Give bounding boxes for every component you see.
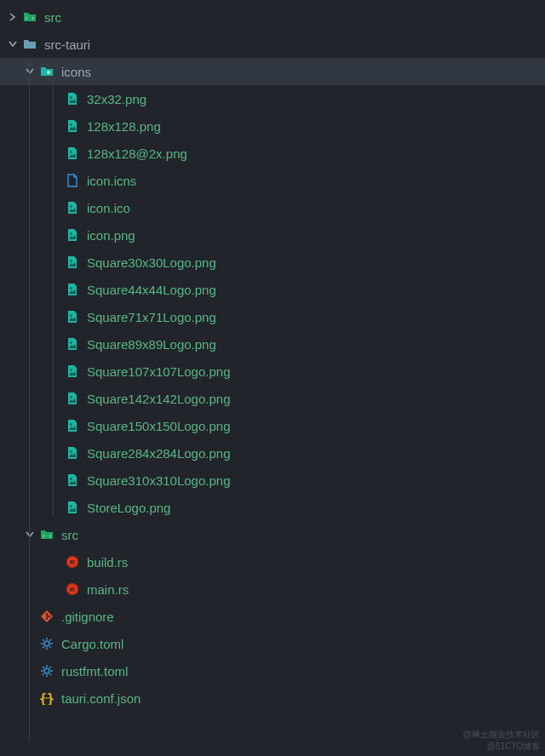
folder-icons[interactable]: icons bbox=[0, 58, 545, 85]
file-item[interactable]: Square30x30Logo.png bbox=[0, 249, 545, 276]
file-label: icon.png bbox=[87, 228, 135, 243]
file-label: Cargo.toml bbox=[61, 637, 123, 651]
rust-file-icon bbox=[65, 554, 80, 570]
file-label: 32x32.png bbox=[87, 92, 146, 106]
file-label: 128x128.png bbox=[87, 119, 161, 134]
file-label: Square150x150Logo.png bbox=[87, 419, 231, 433]
file-item[interactable]: Square284x284Logo.png bbox=[0, 439, 545, 467]
file-label: Square44x44Logo.png bbox=[87, 283, 216, 297]
file-label: icon.ico bbox=[87, 201, 130, 215]
gear-file-icon bbox=[39, 636, 54, 651]
chevron-down-icon bbox=[7, 38, 19, 50]
file-item[interactable]: Square310x310Logo.png bbox=[0, 467, 545, 494]
file-item[interactable]: Square89x89Logo.png bbox=[0, 330, 545, 358]
file-item[interactable]: icon.png bbox=[0, 221, 545, 249]
folder-label: src bbox=[61, 528, 78, 542]
image-file-icon bbox=[65, 445, 80, 461]
file-rustfmt-toml[interactable]: rustfmt.toml bbox=[0, 657, 545, 684]
file-label: build.rs bbox=[87, 555, 128, 570]
file-item[interactable]: Square44x44Logo.png bbox=[0, 276, 545, 303]
image-file-icon bbox=[65, 391, 80, 406]
image-file-icon bbox=[65, 309, 80, 324]
file-label: Square310x310Logo.png bbox=[87, 473, 231, 488]
image-file-icon bbox=[65, 91, 80, 106]
folder-src-root[interactable]: src bbox=[0, 3, 545, 31]
folder-label: src bbox=[44, 10, 61, 25]
file-label: .gitignore bbox=[61, 610, 114, 624]
chevron-right-icon bbox=[7, 11, 19, 23]
file-item[interactable]: Square142x142Logo.png bbox=[0, 385, 545, 412]
file-item[interactable]: 32x32.png bbox=[0, 85, 545, 112]
git-file-icon bbox=[39, 609, 54, 624]
chevron-down-icon bbox=[24, 66, 36, 77]
generic-file-icon bbox=[65, 173, 80, 188]
file-label: Square71x71Logo.png bbox=[87, 310, 216, 324]
json-file-icon bbox=[39, 690, 54, 706]
file-label: Square284x284Logo.png bbox=[87, 446, 231, 461]
file-label: Square89x89Logo.png bbox=[87, 337, 216, 352]
file-item[interactable]: build.rs bbox=[0, 548, 545, 576]
image-file-icon bbox=[65, 418, 80, 433]
folder-src-tauri[interactable]: src-tauri bbox=[0, 31, 545, 58]
file-label: icon.icns bbox=[87, 174, 136, 188]
watermark-text: @51CTO博客 bbox=[487, 741, 540, 753]
file-tree: src src-tauri icons 32x32.png 128x128.pn… bbox=[0, 0, 545, 712]
folder-src-inner[interactable]: src bbox=[0, 521, 545, 548]
chevron-down-icon bbox=[24, 529, 36, 541]
image-file-icon bbox=[65, 472, 80, 488]
file-item[interactable]: Square107x107Logo.png bbox=[0, 358, 545, 385]
image-file-icon bbox=[65, 364, 80, 379]
file-item[interactable]: Square71x71Logo.png bbox=[0, 303, 545, 330]
image-file-icon bbox=[65, 282, 80, 297]
file-item[interactable]: Square150x150Logo.png bbox=[0, 412, 545, 439]
file-item[interactable]: icon.icns bbox=[0, 167, 545, 194]
image-file-icon bbox=[65, 255, 80, 270]
folder-label: src-tauri bbox=[44, 37, 90, 52]
watermark-text: @稀土掘金技术社区 bbox=[463, 729, 540, 741]
file-label: Square107x107Logo.png bbox=[87, 364, 231, 379]
file-label: 128x128@2x.png bbox=[87, 146, 187, 161]
file-item[interactable]: 128x128@2x.png bbox=[0, 140, 545, 167]
file-tauri-conf[interactable]: tauri.conf.json bbox=[0, 684, 545, 712]
image-file-icon bbox=[65, 500, 80, 515]
image-file-icon bbox=[65, 336, 80, 352]
file-label: tauri.conf.json bbox=[61, 691, 141, 706]
folder-open-icon bbox=[22, 37, 37, 52]
image-file-icon bbox=[65, 200, 80, 215]
file-label: StoreLogo.png bbox=[87, 501, 170, 515]
folder-code-icon bbox=[39, 527, 54, 542]
file-gitignore[interactable]: .gitignore bbox=[0, 603, 545, 630]
gear-file-icon bbox=[39, 663, 54, 679]
file-label: Square30x30Logo.png bbox=[87, 255, 216, 270]
file-item[interactable]: icon.ico bbox=[0, 194, 545, 221]
file-label: main.rs bbox=[87, 582, 129, 597]
folder-icons-icon bbox=[39, 64, 54, 79]
folder-label: icons bbox=[61, 65, 91, 79]
file-label: Square142x142Logo.png bbox=[87, 392, 231, 406]
file-item[interactable]: StoreLogo.png bbox=[0, 494, 545, 521]
image-file-icon bbox=[65, 227, 80, 243]
rust-file-icon bbox=[65, 581, 80, 597]
file-item[interactable]: 128x128.png bbox=[0, 112, 545, 140]
image-file-icon bbox=[65, 146, 80, 161]
file-label: rustfmt.toml bbox=[61, 664, 128, 679]
image-file-icon bbox=[65, 118, 80, 134]
file-item[interactable]: main.rs bbox=[0, 576, 545, 603]
file-cargo-toml[interactable]: Cargo.toml bbox=[0, 630, 545, 657]
folder-code-icon bbox=[22, 9, 37, 25]
